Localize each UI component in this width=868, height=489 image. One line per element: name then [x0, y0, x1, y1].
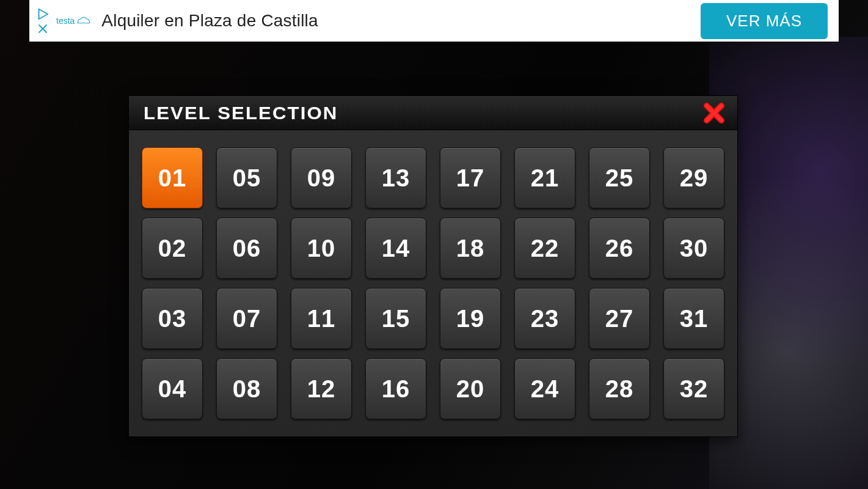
level-button-29[interactable]: 29	[663, 147, 724, 208]
level-button-12[interactable]: 12	[291, 358, 352, 419]
level-button-label: 28	[605, 375, 634, 403]
level-button-label: 05	[233, 164, 261, 192]
level-button-05[interactable]: 05	[216, 147, 277, 208]
level-button-03[interactable]: 03	[142, 288, 203, 349]
level-button-23[interactable]: 23	[514, 288, 575, 349]
level-button-16[interactable]: 16	[365, 358, 426, 419]
level-button-06[interactable]: 06	[216, 218, 277, 279]
close-icon	[702, 101, 726, 125]
level-button-07[interactable]: 07	[216, 288, 277, 349]
adchoices-icon[interactable]	[36, 7, 49, 21]
level-button-label: 26	[605, 235, 634, 262]
level-button-08[interactable]: 08	[216, 358, 277, 419]
level-button-label: 16	[382, 375, 410, 403]
level-button-label: 15	[382, 305, 410, 333]
level-button-27[interactable]: 27	[589, 288, 650, 349]
level-button-11[interactable]: 11	[291, 288, 352, 349]
level-grid: 0105091317212529020610141822263003071115…	[129, 130, 737, 436]
level-button-label: 13	[382, 164, 410, 192]
ad-adchoices-controls	[29, 7, 54, 34]
level-button-19[interactable]: 19	[440, 288, 501, 349]
house-icon	[77, 16, 90, 26]
level-button-32[interactable]: 32	[663, 358, 724, 419]
level-button-label: 24	[531, 375, 560, 403]
ad-brand-text: testa	[56, 16, 75, 26]
level-button-17[interactable]: 17	[440, 147, 501, 208]
level-button-31[interactable]: 31	[663, 288, 724, 349]
ad-brand: testa	[56, 16, 90, 26]
close-button[interactable]	[702, 101, 726, 125]
level-button-label: 29	[680, 164, 709, 192]
level-button-label: 17	[456, 164, 485, 192]
level-button-label: 07	[233, 305, 261, 333]
level-button-label: 22	[531, 235, 560, 262]
level-button-25[interactable]: 25	[589, 147, 650, 208]
panel-title: LEVEL SELECTION	[144, 103, 338, 123]
level-button-label: 20	[456, 375, 485, 403]
level-button-20[interactable]: 20	[440, 358, 501, 419]
level-button-18[interactable]: 18	[440, 218, 501, 279]
level-button-label: 02	[158, 235, 187, 262]
level-button-04[interactable]: 04	[142, 358, 203, 419]
level-button-label: 03	[158, 305, 187, 333]
level-button-label: 09	[307, 164, 336, 192]
level-button-10[interactable]: 10	[291, 218, 352, 279]
level-button-30[interactable]: 30	[663, 218, 724, 279]
level-button-label: 32	[680, 375, 709, 403]
panel-header: LEVEL SELECTION	[129, 96, 737, 130]
level-button-02[interactable]: 02	[142, 218, 203, 279]
level-button-01[interactable]: 01	[142, 147, 203, 208]
ad-cta-button[interactable]: VER MÁS	[701, 3, 828, 39]
level-button-label: 23	[531, 305, 560, 333]
ad-close-icon[interactable]	[37, 23, 48, 34]
level-button-label: 31	[680, 305, 709, 333]
level-button-14[interactable]: 14	[365, 218, 426, 279]
level-button-09[interactable]: 09	[291, 147, 352, 208]
level-button-label: 25	[605, 164, 634, 192]
level-button-label: 27	[605, 305, 634, 333]
level-button-label: 10	[307, 235, 336, 262]
level-button-label: 08	[233, 375, 261, 403]
level-button-label: 06	[233, 235, 261, 262]
level-selection-panel: LEVEL SELECTION 010509131721252902061014…	[128, 95, 738, 437]
level-button-label: 19	[456, 305, 485, 333]
ad-headline[interactable]: Alquiler en Plaza de Castilla	[101, 11, 701, 31]
level-button-label: 11	[307, 305, 336, 333]
level-button-22[interactable]: 22	[514, 218, 575, 279]
level-button-label: 21	[531, 164, 560, 192]
ad-banner: testa Alquiler en Plaza de Castilla VER …	[29, 0, 839, 42]
level-button-label: 12	[307, 375, 336, 403]
level-button-24[interactable]: 24	[514, 358, 575, 419]
level-button-label: 04	[158, 375, 187, 403]
level-button-15[interactable]: 15	[365, 288, 426, 349]
level-button-13[interactable]: 13	[365, 147, 426, 208]
level-button-label: 30	[680, 235, 709, 262]
level-button-26[interactable]: 26	[589, 218, 650, 279]
level-button-label: 18	[456, 235, 485, 262]
level-button-28[interactable]: 28	[589, 358, 650, 419]
level-button-21[interactable]: 21	[514, 147, 575, 208]
level-button-label: 01	[158, 164, 187, 192]
level-button-label: 14	[382, 235, 410, 262]
